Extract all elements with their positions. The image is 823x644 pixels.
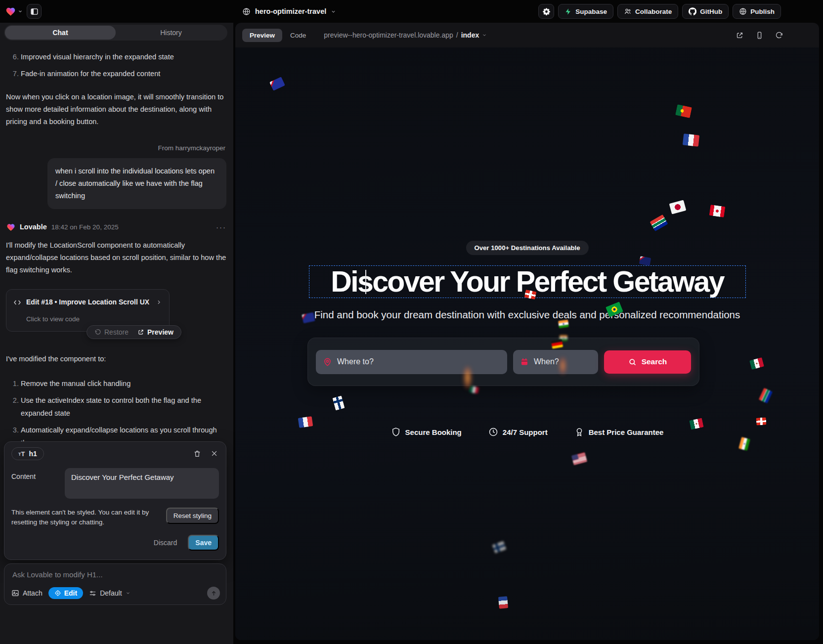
tab-code[interactable]: Code <box>290 32 306 39</box>
rotate-ccw-icon <box>94 329 101 336</box>
publish-button[interactable]: Publish <box>733 4 781 19</box>
target-icon <box>54 590 61 597</box>
sidebar: Chat History Improved visual hierarchy i… <box>0 23 233 644</box>
preview-url[interactable]: preview--hero-optimizer-travel.lovable.a… <box>324 31 487 39</box>
open-in-new-tab-icon[interactable] <box>736 31 744 40</box>
assistant-paragraph: Now when you click on a location image, … <box>6 91 226 128</box>
element-tag: h1 <box>29 450 37 458</box>
preview-viewport: Over 1000+ Destinations Available Discov… <box>235 47 819 640</box>
h1-selection-outline[interactable]: Discover Your Perfect Getaway <box>309 265 746 298</box>
panel-left-icon <box>30 7 39 16</box>
edit-mode-button[interactable]: Edit <box>48 587 83 599</box>
user-message-bubble: when i scroll into the individual locati… <box>47 158 226 209</box>
send-button[interactable] <box>207 587 220 600</box>
flag-south-africa <box>650 215 668 231</box>
flag-france <box>683 133 699 146</box>
flag-mexico-blur <box>469 386 479 394</box>
restore-button[interactable]: Restore <box>90 326 133 339</box>
text-caret <box>365 270 366 294</box>
flag-india-3 <box>738 437 750 451</box>
flag-japan <box>669 200 687 214</box>
search-card: Where to? When? Search <box>307 338 699 386</box>
trash-icon[interactable] <box>193 450 201 458</box>
tab-history[interactable]: History <box>116 26 226 40</box>
users-icon <box>624 7 632 15</box>
bolt-icon <box>564 8 572 15</box>
image-icon <box>11 589 19 597</box>
external-link-icon <box>137 329 144 336</box>
close-icon[interactable] <box>211 450 218 458</box>
edit-card-title: Edit #18 • Improve Location Scroll UX <box>26 296 149 308</box>
chevron-down-icon <box>331 9 336 14</box>
default-mode-dropdown[interactable]: Default <box>89 589 130 597</box>
preview-panel: Preview Code preview--hero-optimizer-tra… <box>235 23 819 640</box>
list-item: Fade-in animation for the expanded conte… <box>21 67 226 80</box>
edit-card-subtitle: Click to view code <box>26 313 162 325</box>
tab-preview[interactable]: Preview <box>242 29 282 42</box>
preview-toolbar: Preview Code preview--hero-optimizer-tra… <box>235 23 819 47</box>
reset-styling-button[interactable]: Reset styling <box>166 508 219 524</box>
project-selector[interactable]: hero-optimizer-travel <box>242 0 336 23</box>
github-icon <box>689 7 696 15</box>
flag-finland-2 <box>492 541 507 553</box>
refresh-icon[interactable] <box>775 31 783 40</box>
assistant-paragraph: I've modified the component to: <box>6 353 226 365</box>
flag-france-3 <box>498 596 508 608</box>
assistant-paragraph: I'll modify the LocationScroll component… <box>6 239 226 276</box>
trust-features: Secure Booking 24/7 Support Best Price G… <box>235 427 819 437</box>
save-button[interactable]: Save <box>188 535 219 551</box>
calendar-icon <box>520 357 529 366</box>
composer-input[interactable]: Ask Lovable to modify H1... <box>4 564 226 579</box>
search-icon <box>628 358 637 366</box>
preview-button[interactable]: Preview <box>133 326 178 339</box>
sliders-icon <box>89 590 96 597</box>
destinations-badge: Over 1000+ Destinations Available <box>466 241 588 255</box>
attach-button[interactable]: Attach <box>11 589 43 597</box>
settings-button[interactable] <box>538 4 554 19</box>
assistant-list-1: Improved visual hierarchy in the expande… <box>6 50 226 80</box>
arrow-up-icon <box>211 590 217 597</box>
flag-south-africa-2 <box>759 388 773 404</box>
list-item: Automatically expand/collapse locations … <box>21 424 226 441</box>
map-pin-icon <box>323 357 332 367</box>
supabase-button[interactable]: Supabase <box>558 4 613 19</box>
smartphone-icon[interactable] <box>755 31 764 40</box>
lovable-app: hero-optimizer-travel Supabase <box>0 0 823 644</box>
message-menu-button[interactable]: ··· <box>216 221 226 233</box>
flag-mexico-2 <box>749 357 764 370</box>
url-page: index <box>461 31 479 39</box>
lovable-logo <box>5 6 16 17</box>
message-timestamp: 18:42 on Feb 20, 2025 <box>51 221 119 233</box>
list-item: Remove the manual click handling <box>21 377 226 390</box>
content-label: Content <box>11 468 60 499</box>
hero-headline[interactable]: Discover Your Perfect Getaway <box>331 265 724 299</box>
flag-portugal <box>675 104 692 118</box>
chevron-down-icon <box>482 33 487 38</box>
flag-switzerland-2 <box>756 417 767 425</box>
gear-icon <box>542 7 551 16</box>
github-button[interactable]: GitHub <box>682 4 729 19</box>
chevron-down-icon <box>126 591 130 596</box>
toggle-sidebar-button[interactable] <box>27 4 42 19</box>
assistant-header: Lovable 18:42 on Feb 20, 2025 ··· <box>6 221 226 233</box>
where-to-input[interactable]: Where to? <box>316 350 507 374</box>
tab-chat[interactable]: Chat <box>5 26 116 40</box>
chat-composer: Ask Lovable to modify H1... Attach Edit <box>4 563 226 605</box>
flag-france-2 <box>298 416 313 428</box>
code-icon <box>13 299 21 306</box>
when-input[interactable]: When? <box>513 350 598 374</box>
flag-canada <box>709 205 726 217</box>
shield-icon <box>391 427 401 437</box>
discard-button[interactable]: Discard <box>154 539 177 547</box>
flag-australia <box>269 77 285 90</box>
search-button[interactable]: Search <box>604 350 691 374</box>
flag-usa <box>571 452 587 466</box>
element-tag-pill[interactable]: TT h1 <box>11 447 44 460</box>
lovable-logo-menu[interactable] <box>5 6 23 17</box>
hero-subtitle: Find and book your dream destination wit… <box>235 309 819 321</box>
message-from-label: From harrymckayroper <box>6 142 226 154</box>
chat-scroll-area[interactable]: Improved visual hierarchy in the expande… <box>0 43 233 441</box>
content-input[interactable]: Discover Your Perfect Getaway <box>65 468 219 499</box>
flag-finland <box>332 395 345 410</box>
collaborate-button[interactable]: Collaborate <box>617 4 678 19</box>
